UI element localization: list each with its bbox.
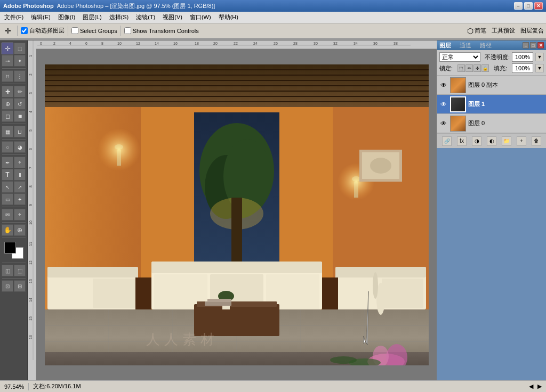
lock-paint-btn[interactable]: ✏	[465, 64, 473, 72]
minimize-button[interactable]: –	[514, 2, 523, 10]
layers-panel: 图层 通道 路径 – □ ✕ 正常 溶解 正片叠底	[437, 40, 546, 148]
tool-preset-label[interactable]: 工具预设	[492, 27, 515, 35]
status-nav-left[interactable]: ◀	[529, 383, 533, 390]
move-tool-button[interactable]: ✛	[2, 25, 14, 37]
fill-arrow-btn[interactable]: ▼	[535, 64, 544, 72]
eraser-tool[interactable]: ◻	[2, 110, 13, 122]
layer-name-1: 图层 1	[468, 100, 544, 108]
foreground-color-swatch[interactable]	[4, 242, 16, 254]
slice-tool[interactable]: ⋮	[14, 70, 26, 82]
mask-btn[interactable]: ◑	[472, 136, 481, 146]
menu-window[interactable]: 窗口(W)	[187, 12, 214, 22]
hand-tool[interactable]: ✋	[2, 224, 13, 236]
crop-tool[interactable]: ⌗	[2, 70, 13, 82]
notes-label[interactable]: 简笔	[475, 27, 486, 35]
freeform-pen-tool[interactable]: ⌖	[14, 157, 26, 168]
magic-wand-tool[interactable]: ✦	[14, 55, 26, 67]
blend-mode-select[interactable]: 正常 溶解 正片叠底	[439, 52, 480, 62]
layer-item-0[interactable]: 👁 图层 0	[437, 114, 546, 133]
panel-minimize-button[interactable]: –	[523, 42, 529, 48]
gradient-tool[interactable]: ▦	[2, 126, 13, 137]
lock-row: 锁定: ⬚ ✏ ✛ 🔒 填充: ▼	[439, 63, 544, 73]
delete-layer-btn[interactable]: 🗑	[532, 136, 541, 146]
burn-tool[interactable]: ◕	[14, 141, 26, 153]
notes-tool[interactable]: ✉	[2, 209, 13, 220]
healing-tool[interactable]: ✚	[2, 86, 13, 97]
svg-text:28: 28	[293, 42, 298, 45]
close-button[interactable]: ✕	[534, 2, 543, 10]
menu-filter[interactable]: 滤镜(T)	[133, 12, 158, 22]
maximize-button[interactable]: □	[524, 2, 533, 10]
layer-item-1[interactable]: 👁 图层 1	[437, 95, 546, 114]
select-tool[interactable]: ⬚	[14, 43, 26, 54]
panel-tab-paths[interactable]: 路径	[480, 42, 492, 50]
group-btn[interactable]: 📁	[502, 136, 511, 146]
path-selection-tool[interactable]: ↖	[2, 181, 13, 193]
quick-mask-mode[interactable]: ⬚	[14, 265, 26, 276]
standard-mode[interactable]: ◫	[2, 265, 13, 276]
pen-tool[interactable]: ✒	[2, 157, 13, 168]
history-brush-tool[interactable]: ↺	[14, 98, 26, 110]
custom-shape-tool[interactable]: ✦	[14, 193, 26, 205]
link-layers-btn[interactable]: 🔗	[442, 136, 452, 146]
opacity-arrow-btn[interactable]: ▼	[535, 53, 544, 61]
fill-input[interactable]	[512, 63, 533, 73]
lock-move-btn[interactable]: ✛	[473, 64, 481, 72]
layer-style-btn[interactable]: fx	[457, 136, 467, 146]
show-transform-label[interactable]: Show Transform Controls	[124, 27, 199, 34]
select-groups-checkbox[interactable]	[71, 27, 78, 34]
right-toolbar-icon1[interactable]: ⬡	[467, 27, 473, 35]
move-tool[interactable]: ✛	[2, 43, 13, 54]
screen-mode[interactable]: ⊡	[2, 280, 13, 292]
dodge-tool[interactable]: ○	[2, 141, 13, 153]
layer-eye-0-copy[interactable]: 👁	[439, 81, 448, 89]
svg-text:24: 24	[253, 42, 258, 45]
auto-select-label[interactable]: 自动选择图层	[21, 27, 65, 35]
panel-close-button[interactable]: ✕	[537, 42, 544, 48]
status-nav-right[interactable]: ▶	[537, 383, 542, 390]
layer-eye-1[interactable]: 👁	[439, 100, 448, 109]
layer-item-0-copy[interactable]: 👁 图层 0 副本	[437, 76, 546, 95]
type-tool[interactable]: T	[2, 169, 13, 181]
paint-bucket-tool[interactable]: ⊔	[14, 126, 26, 137]
layer-eye-0[interactable]: 👁	[439, 119, 448, 128]
direct-selection-tool[interactable]: ↗	[14, 181, 26, 193]
adjustment-btn[interactable]: ◐	[487, 136, 496, 146]
menu-file[interactable]: 文件(F)	[1, 12, 27, 22]
color-swatches[interactable]	[4, 242, 23, 259]
clone-tool[interactable]: ⊕	[2, 98, 13, 110]
panel-tab-channels[interactable]: 通道	[460, 42, 471, 50]
auto-select-checkbox[interactable]	[21, 27, 28, 34]
select-groups-label[interactable]: Select Groups	[71, 27, 117, 34]
layer-thumb-1	[450, 96, 466, 112]
svg-text:36: 36	[373, 42, 378, 45]
lock-all-btn[interactable]: 🔒	[481, 64, 489, 72]
screen-mode-alt[interactable]: ⊟	[14, 280, 26, 292]
menu-help[interactable]: 帮助(H)	[215, 12, 242, 22]
menu-view[interactable]: 视图(V)	[159, 12, 186, 22]
new-layer-btn[interactable]: +	[517, 136, 526, 146]
menu-edit[interactable]: 编辑(E)	[28, 12, 54, 22]
svg-text:14: 14	[155, 42, 159, 45]
menu-layer[interactable]: 图层(L)	[79, 12, 105, 22]
shape-tool[interactable]: ▭	[2, 193, 13, 205]
eyedropper-tool[interactable]: ⌖	[14, 209, 26, 220]
main-area: ✛ ⬚ ⊸ ✦ ⌗ ⋮ ✚ ✏ ⊕ ↺ ◻ ◼ ▦ ⊔	[0, 40, 546, 380]
show-transform-checkbox[interactable]	[124, 27, 131, 34]
opacity-label: 不透明度:	[485, 53, 510, 61]
zoom-tool[interactable]: ⊕	[14, 224, 26, 236]
svg-text:5: 5	[29, 129, 33, 132]
background-eraser-tool[interactable]: ◼	[14, 110, 26, 122]
lock-transparent-btn[interactable]: ⬚	[457, 64, 465, 72]
layer-comp-label[interactable]: 图层复合	[520, 27, 544, 35]
panel-tab-layers[interactable]: 图层	[439, 42, 451, 50]
menu-image[interactable]: 图像(I)	[55, 12, 78, 22]
panel-maximize-button[interactable]: □	[530, 42, 536, 48]
brush-tool[interactable]: ✏	[14, 86, 26, 97]
lasso-tool[interactable]: ⊸	[2, 55, 13, 67]
svg-text:26: 26	[274, 42, 278, 45]
menu-select[interactable]: 选择(S)	[106, 12, 132, 22]
opacity-input[interactable]	[512, 52, 533, 62]
title-text: Adobe Photoshop – [渲染出图.jpg @ 97.5% (图层 …	[57, 2, 215, 10]
vertical-type-tool[interactable]: Ⅱ	[14, 169, 26, 181]
